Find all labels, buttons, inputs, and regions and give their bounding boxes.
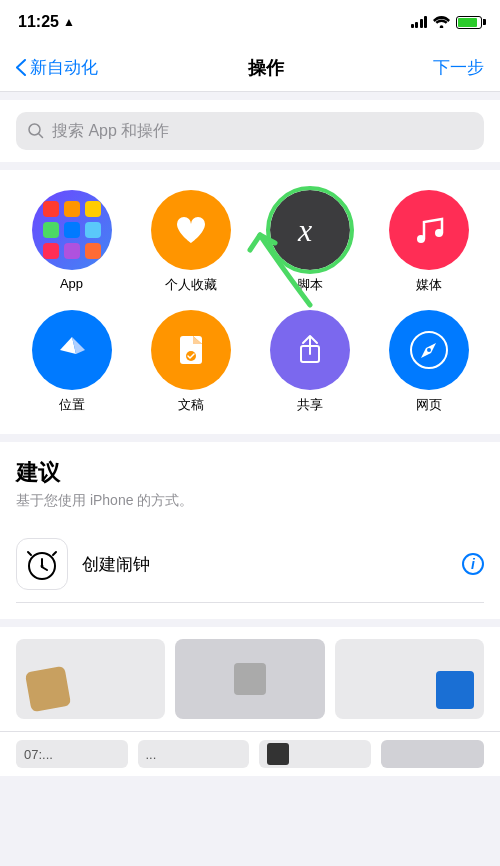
app-dots xyxy=(31,189,113,271)
personal-label: 个人收藏 xyxy=(165,276,217,294)
suggestion-alarm-label: 创建闹钟 xyxy=(82,553,448,576)
status-icons xyxy=(411,16,483,29)
personal-icon-circle xyxy=(151,190,231,270)
time-label-1: 07:... xyxy=(24,747,53,762)
next-button[interactable]: 下一步 xyxy=(433,56,484,79)
preview-shape-1 xyxy=(25,666,71,712)
search-icon xyxy=(28,123,44,139)
script-wrapper: x xyxy=(270,190,350,270)
search-placeholder: 搜索 App 和操作 xyxy=(52,121,169,142)
bottom-row: 07:... ... xyxy=(0,731,500,776)
battery-icon xyxy=(456,16,482,29)
suggestions-section: 建议 基于您使用 iPhone 的方式。 创建闹钟 i xyxy=(0,442,500,619)
clock-icon xyxy=(24,546,60,582)
share-box-icon xyxy=(288,328,332,372)
status-bar: 11:25 ▲ xyxy=(0,0,500,44)
document-label: 文稿 xyxy=(178,396,204,414)
share-icon-circle xyxy=(270,310,350,390)
location-icon: ▲ xyxy=(63,15,75,29)
info-button[interactable]: i xyxy=(462,553,484,575)
suggestions-title: 建议 xyxy=(16,458,484,488)
svg-point-9 xyxy=(427,348,431,352)
preview-card-3 xyxy=(335,639,484,719)
media-label: 媒体 xyxy=(416,276,442,294)
timestamp-3 xyxy=(259,740,371,768)
icon-item-personal[interactable]: 个人收藏 xyxy=(135,190,246,294)
time-label-2: ... xyxy=(146,747,157,762)
media-icon-circle xyxy=(389,190,469,270)
preview-card-1 xyxy=(16,639,165,719)
icon-item-document[interactable]: 文稿 xyxy=(135,310,246,414)
suggestion-item-alarm[interactable]: 创建闹钟 i xyxy=(16,526,484,603)
svg-point-4 xyxy=(435,229,443,237)
back-label: 新自动化 xyxy=(30,56,98,79)
nav-bar: 新自动化 操作 下一步 xyxy=(0,44,500,92)
svg-point-11 xyxy=(41,565,44,568)
compass-icon xyxy=(405,326,453,374)
back-button[interactable]: 新自动化 xyxy=(16,56,98,79)
document-icon xyxy=(169,328,213,372)
icon-item-media[interactable]: 媒体 xyxy=(373,190,484,294)
location-arrow-icon xyxy=(50,328,94,372)
nav-title: 操作 xyxy=(248,56,284,80)
script-label: 脚本 xyxy=(297,276,323,294)
icon-item-app[interactable]: App xyxy=(16,190,127,294)
heart-icon xyxy=(170,209,212,251)
preview-shape-2 xyxy=(234,663,266,695)
music-icon xyxy=(408,209,450,251)
preview-shape-3 xyxy=(436,671,474,709)
timestamp-2: ... xyxy=(138,740,250,768)
search-bar[interactable]: 搜索 App 和操作 xyxy=(16,112,484,150)
location-label: 位置 xyxy=(59,396,85,414)
web-label: 网页 xyxy=(416,396,442,414)
preview-section xyxy=(0,627,500,731)
preview-card-2 xyxy=(175,639,324,719)
svg-point-0 xyxy=(440,25,444,28)
alarm-icon xyxy=(16,538,68,590)
script-highlight-border xyxy=(266,186,354,274)
icon-item-web[interactable]: 网页 xyxy=(373,310,484,414)
document-icon-circle xyxy=(151,310,231,390)
app-icon-circle xyxy=(32,190,112,270)
icon-item-script[interactable]: x 脚本 xyxy=(254,190,365,294)
wifi-icon xyxy=(433,16,450,28)
suggestions-subtitle: 基于您使用 iPhone 的方式。 xyxy=(16,492,484,510)
status-time: 11:25 ▲ xyxy=(18,13,75,31)
svg-point-3 xyxy=(417,235,425,243)
app-label: App xyxy=(60,276,83,291)
svg-point-1 xyxy=(29,124,40,135)
search-section: 搜索 App 和操作 xyxy=(0,100,500,162)
icons-grid: App 个人收藏 x 脚本 媒 xyxy=(0,170,500,434)
icon-item-share[interactable]: 共享 xyxy=(254,310,365,414)
web-icon-circle xyxy=(389,310,469,390)
signal-icon xyxy=(411,16,428,28)
timestamp-4 xyxy=(381,740,485,768)
icon-item-location[interactable]: 位置 xyxy=(16,310,127,414)
timestamp-1: 07:... xyxy=(16,740,128,768)
time-display: 11:25 xyxy=(18,13,59,31)
time-shape-3 xyxy=(267,743,289,765)
location-icon-circle xyxy=(32,310,112,390)
share-label: 共享 xyxy=(297,396,323,414)
